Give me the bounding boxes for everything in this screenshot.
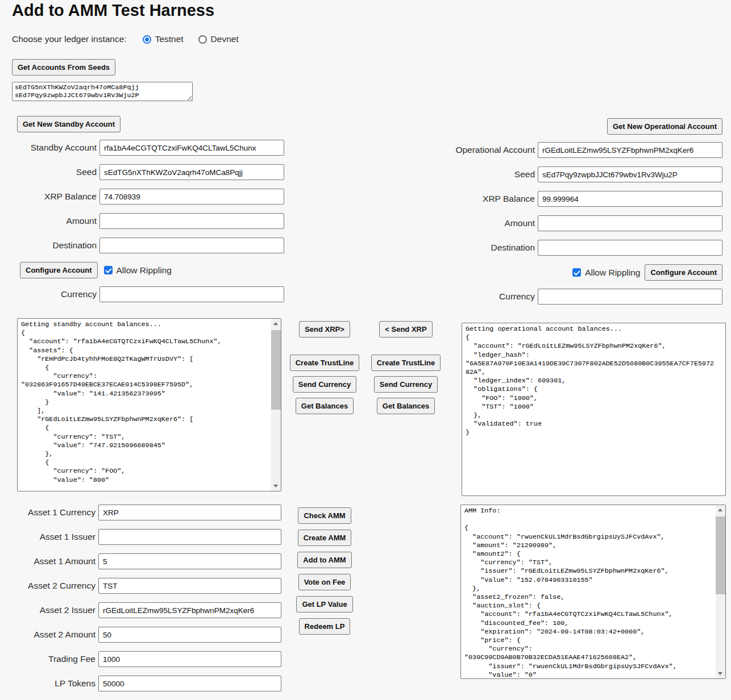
create-amm-button[interactable]: Create AMM (298, 530, 352, 546)
operational-results-textarea[interactable]: Getting operational account balances... … (462, 323, 726, 496)
trading-fee-input[interactable] (98, 651, 281, 667)
redeem-lp-button[interactable]: Redeem LP (299, 618, 351, 635)
add-to-amm-button[interactable]: Add to AMM (297, 552, 351, 568)
standby-amount-input[interactable] (99, 213, 284, 229)
asset1-currency-input[interactable] (98, 505, 281, 520)
operational-get-balances-button[interactable]: Get Balances (377, 398, 435, 414)
send-xrp-to-standby-button[interactable]: < Send XRP (379, 321, 432, 338)
standby-xrp-balance-input[interactable] (99, 189, 284, 205)
operational-seed-input[interactable] (538, 166, 722, 182)
ledger-instance-label: Choose your ledger instance: (12, 34, 127, 44)
standby-xrp-balance-label: XRP Balance (17, 189, 97, 205)
asset1-currency-label: Asset 1 Currency (17, 505, 95, 520)
standby-account-input[interactable] (99, 140, 284, 156)
standby-currency-row: Currency (17, 286, 284, 302)
standby-create-trustline-button[interactable]: Create TrustLine (290, 355, 360, 371)
amm-info-text: AMM Info: { "account": "rwuenCkUL1MdrBsd… (461, 505, 725, 679)
trading-fee-label: Trading Fee (17, 651, 95, 667)
send-xrp-to-operational-button[interactable]: Send XRP> (299, 321, 350, 338)
standby-allow-rippling-checkbox-icon[interactable] (104, 266, 113, 274)
scrollbar-up-icon[interactable] (271, 319, 281, 328)
standby-seed-row: Seed (17, 164, 284, 180)
standby-seed-label: Seed (17, 164, 97, 180)
asset1-issuer-input[interactable] (98, 529, 281, 545)
operational-currency-input[interactable] (538, 289, 722, 305)
operational-amount-label: Amount (433, 215, 535, 231)
standby-destination-input[interactable] (99, 238, 284, 253)
standby-allow-rippling-label: Allow Rippling (117, 265, 172, 276)
radio-testnet[interactable]: Testnet (143, 34, 184, 44)
operational-destination-input[interactable] (538, 240, 722, 256)
standby-results-scrollbar[interactable] (271, 319, 281, 491)
asset2-issuer-row: Asset 2 Issuer (17, 602, 281, 618)
operational-configure-account-button[interactable]: Configure Account (645, 264, 722, 281)
standby-get-balances-button[interactable]: Get Balances (296, 398, 354, 414)
vote-on-fee-button[interactable]: Vote on Fee (298, 574, 351, 590)
operational-seed-row: Seed (433, 166, 722, 182)
get-new-operational-account-button[interactable]: Get New Operational Account (607, 118, 722, 135)
operational-account-input[interactable] (538, 142, 722, 158)
standby-destination-row: Destination (17, 238, 284, 253)
amm-info-textarea[interactable]: AMM Info: { "account": "rwuenCkUL1MdrBsd… (460, 505, 726, 679)
scrollbar-down-icon[interactable] (716, 669, 725, 678)
lp-tokens-row: LP Tokens (17, 676, 281, 691)
operational-account-row: Operational Account (433, 142, 722, 158)
standby-destination-label: Destination (17, 238, 97, 253)
scrollbar-thumb[interactable] (716, 516, 725, 594)
trading-fee-row: Trading Fee (17, 651, 281, 667)
operational-transfer-buttons: < Send XRP Create TrustLine Send Currenc… (369, 318, 443, 414)
check-amm-button[interactable]: Check AMM (298, 507, 351, 524)
standby-results-textarea[interactable]: Getting standby account balances... { "a… (17, 318, 281, 491)
operational-xrp-balance-label: XRP Balance (433, 191, 535, 207)
get-accounts-from-seeds-button[interactable]: Get Accounts From Seeds (12, 59, 115, 76)
standby-account-panel: Get New Standby Account Standby Account … (17, 116, 284, 311)
operational-destination-row: Destination (433, 240, 722, 256)
scrollbar-down-icon[interactable] (271, 481, 281, 491)
standby-seed-input[interactable] (99, 164, 284, 180)
asset1-amount-label: Asset 1 Amount (17, 553, 95, 569)
asset1-amount-input[interactable] (98, 553, 281, 569)
scrollbar-thumb[interactable] (271, 330, 281, 410)
get-new-standby-account-button[interactable]: Get New Standby Account (17, 116, 121, 132)
operational-currency-label: Currency (433, 289, 535, 305)
standby-currency-input[interactable] (99, 286, 284, 302)
radio-unselected-icon[interactable] (198, 35, 207, 44)
amm-info-scrollbar[interactable] (716, 505, 725, 678)
asset2-amount-row: Asset 2 Amount (17, 627, 281, 643)
operational-xrp-balance-input[interactable] (538, 191, 722, 207)
asset2-amount-input[interactable] (98, 627, 281, 643)
lp-tokens-input[interactable] (98, 676, 281, 691)
standby-configure-row: Configure Account Allow Rippling (17, 262, 284, 278)
asset1-issuer-label: Asset 1 Issuer (17, 529, 95, 545)
standby-xrp-balance-row: XRP Balance (17, 189, 284, 205)
standby-configure-account-button[interactable]: Configure Account (20, 262, 98, 278)
standby-amount-row: Amount (17, 213, 284, 229)
radio-devnet[interactable]: Devnet (198, 34, 239, 44)
operational-allow-rippling-checkbox-icon[interactable] (572, 268, 581, 277)
seeds-textarea[interactable]: sEdTG5nXThKWZoV2aqrh47oMCa8Pqjj sEd7Pqy9… (12, 82, 193, 101)
asset2-issuer-label: Asset 2 Issuer (17, 602, 95, 618)
radio-testnet-label: Testnet (155, 34, 184, 44)
standby-currency-label: Currency (17, 286, 97, 302)
operational-create-trustline-button[interactable]: Create TrustLine (371, 355, 441, 371)
standby-send-currency-button[interactable]: Send Currency (293, 376, 356, 393)
operational-seed-label: Seed (433, 166, 535, 182)
scrollbar-up-icon[interactable] (716, 505, 725, 515)
get-lp-value-button[interactable]: Get LP Value (296, 596, 352, 612)
operational-account-panel: Get New Operational Account Operational … (433, 118, 722, 313)
radio-selected-icon[interactable] (143, 35, 151, 44)
operational-amount-row: Amount (433, 215, 722, 231)
operational-amount-input[interactable] (538, 215, 722, 231)
ledger-instance-row: Choose your ledger instance: Testnet Dev… (12, 34, 254, 44)
radio-devnet-label: Devnet (211, 34, 239, 44)
asset1-amount-row: Asset 1 Amount (17, 553, 281, 569)
operational-allow-rippling-label: Allow Rippling (585, 268, 640, 278)
standby-results-text: Getting standby account balances... { "a… (18, 319, 281, 486)
operational-send-currency-button[interactable]: Send Currency (374, 376, 438, 393)
standby-account-row: Standby Account (17, 140, 284, 156)
asset2-issuer-input[interactable] (98, 602, 281, 618)
amm-test-harness-page: Add to AMM Test Harness Choose your ledg… (0, 0, 731, 700)
asset2-currency-input[interactable] (98, 578, 281, 594)
operational-currency-row: Currency (433, 289, 722, 305)
standby-amount-label: Amount (17, 213, 97, 229)
